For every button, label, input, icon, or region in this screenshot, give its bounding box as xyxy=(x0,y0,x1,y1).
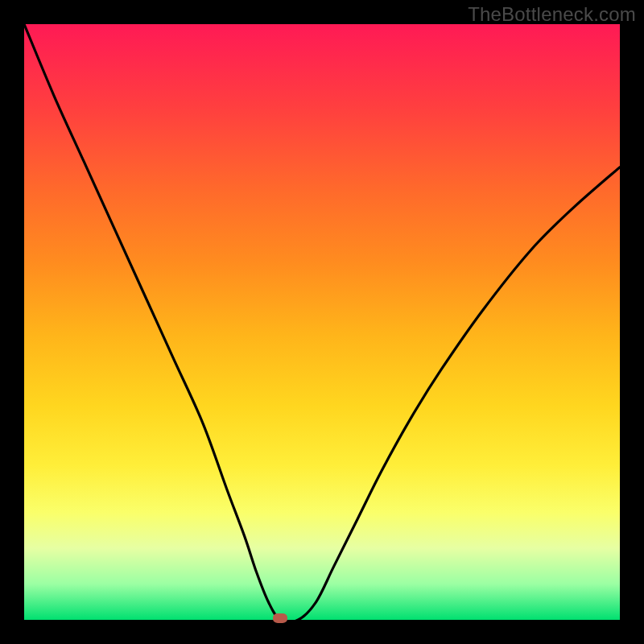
plot-area xyxy=(24,24,620,620)
chart-frame: TheBottleneck.com xyxy=(0,0,644,644)
curve-svg xyxy=(24,24,620,620)
optimum-marker xyxy=(273,613,287,623)
watermark-text: TheBottleneck.com xyxy=(468,3,636,26)
bottleneck-curve xyxy=(24,24,620,620)
